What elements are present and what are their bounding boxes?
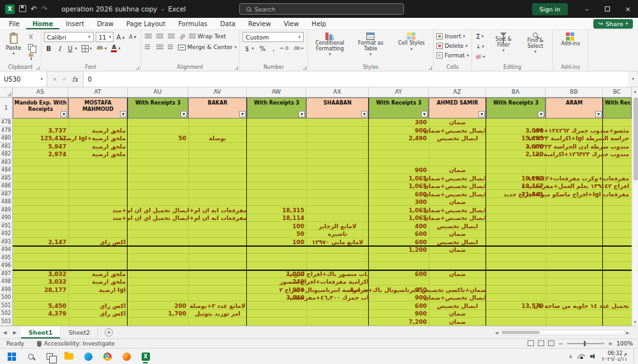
cell-AS481[interactable]: 5,947 (13, 143, 68, 151)
borders-button[interactable]: ▾ (80, 44, 93, 53)
cell-AZ500[interactable]: ايصال تخصيص+ضمان (429, 294, 486, 302)
row-header-483[interactable]: 483 (0, 159, 13, 167)
vscroll-down-button[interactable]: ▼ (632, 320, 638, 324)
percent-style-button[interactable]: % (257, 44, 269, 53)
orientation-button[interactable]: ab (178, 32, 187, 41)
paste-button[interactable]: Paste ▾ (3, 32, 24, 57)
sort-filter-button[interactable]: Sort & Filter ▾ (489, 32, 518, 54)
cell-BB501[interactable]: تحميل عدد ١٤ حاويه من ساحه بان (545, 302, 632, 310)
enter-button[interactable]: ✓ (63, 76, 68, 82)
cell-AX492[interactable]: تاشيرة (306, 230, 369, 238)
tab-page-layout[interactable]: Page Layout (120, 18, 172, 29)
column-group-header-AW[interactable]: With Receipts 3▼ (247, 98, 306, 119)
copy-button[interactable]: ▾ (27, 42, 38, 51)
chrome-button[interactable] (100, 349, 115, 363)
wrap-text-button[interactable]: Wrap Text (189, 33, 226, 40)
column-header-AT[interactable]: AT (68, 87, 128, 98)
cell-AY502[interactable]: 900 (369, 310, 429, 318)
cell-AX500[interactable]: اب جمرك ٤٦,٢٠٠+مفرقعات (306, 294, 369, 302)
font-name-select[interactable]: Calibri▾ (44, 32, 94, 42)
page-layout-view-button[interactable] (538, 340, 544, 347)
cell-AY484[interactable]: 900 (369, 166, 429, 175)
column-header-AW[interactable]: AW (247, 87, 306, 98)
cell-AY490[interactable]: 1,065 (369, 214, 429, 222)
cell-AZ494[interactable]: ضمان (429, 246, 486, 254)
cell-AS497[interactable]: 3,032 (13, 270, 68, 279)
maximize-button[interactable] (597, 0, 618, 18)
cell-AY478[interactable]: 300 (369, 119, 429, 127)
column-group-header-AS[interactable]: Mandob Exp. With Receipts▼ (13, 98, 68, 119)
cell-AS501[interactable]: 5,450 (13, 302, 68, 310)
column-header-BB[interactable]: BB (545, 87, 603, 98)
cell-AT502[interactable]: اكس راي (68, 310, 128, 318)
column-header-AU[interactable]: AU (128, 87, 188, 98)
tab-review[interactable]: Review (242, 18, 278, 29)
cell-AY497[interactable]: 600 (369, 270, 429, 279)
merge-center-button[interactable]: Merge & Center▾ (178, 44, 237, 50)
column-group-header-AT[interactable]: MOSTAFA MAHMOUD▼ (68, 98, 128, 119)
file-explorer-button[interactable] (61, 349, 77, 363)
cell-AZ484[interactable]: ضمان (429, 166, 486, 175)
cell-AV501[interactable]: لامانع عدد ٢+بوصلة (188, 302, 247, 310)
column-group-header-BB[interactable]: ARAM▼ (545, 98, 603, 119)
cancel-button[interactable]: × (52, 76, 57, 82)
horizontal-scrollbar[interactable]: ◀ ▶ (495, 328, 629, 337)
name-box[interactable]: U530▾ (0, 71, 47, 87)
cell-AZ480[interactable]: ايصال تخصيص (429, 135, 486, 143)
volume-button[interactable] (590, 354, 597, 359)
zoom-slider[interactable] (567, 343, 604, 344)
cell-AZ503[interactable]: ضمان (429, 318, 486, 326)
filter-button-AZ[interactable]: ▼ (478, 111, 485, 117)
row-header-489[interactable]: 489 (0, 207, 13, 215)
taskbar-clock[interactable]: 06:32 م ٢٠٢٦/٠٤/١١ (602, 351, 628, 362)
wifi-button[interactable] (577, 354, 585, 359)
share-button[interactable]: ↪ Share ▾ (593, 19, 633, 29)
row-header-491[interactable]: 491 (0, 222, 13, 231)
filter-button-BA[interactable]: ▼ (538, 111, 544, 117)
comma-style-button[interactable]: , (270, 44, 277, 53)
sheet-tab-sheet2[interactable]: Sheet2 (61, 326, 98, 339)
cell-AT481[interactable]: ملحق ارضية (68, 143, 128, 151)
decrease-decimal-button[interactable]: .00→ (292, 44, 305, 53)
clipboard-dialog-launcher[interactable] (36, 66, 40, 69)
accessibility-status[interactable]: Accessibility: Investigate (31, 340, 121, 347)
row-header-494[interactable]: 494 (0, 246, 13, 254)
row-header-481[interactable]: 481 (0, 143, 13, 151)
cell-AZ502[interactable]: ضمان (429, 310, 486, 318)
italic-button[interactable]: I (56, 44, 63, 53)
cell-AY488[interactable]: 300 (369, 198, 429, 207)
cell-AZ490[interactable]: ايصال تخصيص+ضمان (429, 214, 486, 222)
row-header-490[interactable]: 490 (0, 214, 13, 222)
cell-AY492[interactable]: 600 (369, 230, 429, 238)
cell-BB479[interactable]: مئسو+مندوب جمرك ١٣٤٢٦٢+١٣٤ (545, 127, 632, 135)
firefox-button[interactable] (119, 349, 134, 363)
align-top-button[interactable] (144, 32, 153, 41)
cell-AS502[interactable]: 4,379 (13, 310, 68, 318)
row-header-488[interactable]: 488 (0, 198, 13, 207)
sheet-tab-sheet1[interactable]: Sheet1 (21, 326, 61, 339)
cell-styles-button[interactable]: Cell Styles ▾ (392, 32, 431, 52)
zoom-in-button[interactable]: + (608, 340, 613, 347)
cell-AV490[interactable]: مفرقعات ايه ان ام+ايصال تحميل اي ان ام+م… (188, 214, 247, 222)
column-header-BA[interactable]: BA (486, 87, 545, 98)
align-left-button[interactable] (144, 43, 153, 52)
page-break-view-button[interactable] (548, 340, 554, 347)
insert-function-button[interactable]: fx (72, 76, 78, 83)
cell-AW492[interactable]: 50 (247, 230, 306, 238)
tab-help[interactable]: Help (305, 18, 332, 29)
zoom-level[interactable]: 100% (616, 340, 633, 347)
fill-color-button[interactable]: ▾ (95, 44, 108, 53)
cell-AY501[interactable]: 600 (369, 302, 429, 310)
format-cells-button[interactable]: Format▾ (436, 51, 469, 60)
hscroll-thumb[interactable] (501, 331, 540, 334)
increase-font-button[interactable]: A▲ (115, 33, 126, 41)
cell-AX491[interactable]: لامانع الرجايز (306, 222, 369, 231)
row-header-492[interactable]: 492 (0, 230, 13, 238)
row-header-497[interactable]: 497 (0, 270, 13, 279)
filter-button-AT[interactable]: ▼ (120, 111, 126, 117)
cell-AU501[interactable]: 200 (128, 302, 188, 310)
cell-AZ501[interactable]: ايصال تخصيص (429, 302, 486, 310)
insert-cells-button[interactable]: Insert▾ (436, 32, 469, 41)
row-header-478[interactable]: 478 (0, 119, 13, 127)
sign-in-button[interactable]: Sign in (532, 3, 568, 15)
